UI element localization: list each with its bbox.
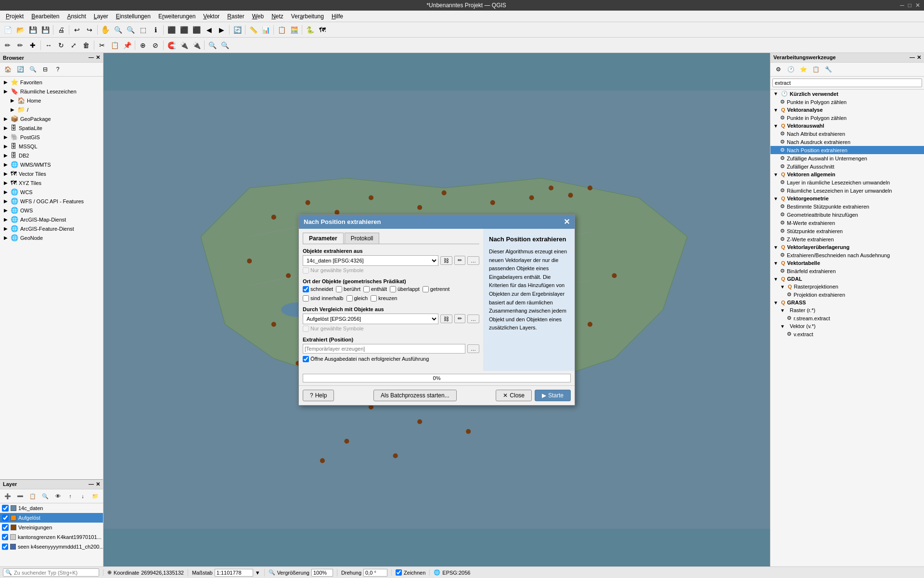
proc-group-vektgeom[interactable]: ▼ Q Vektorgeometrie — [770, 195, 924, 202]
browser-item-spatialite[interactable]: ▶ 🗄 SpatiaLite — [0, 123, 103, 132]
tb-zoom-next[interactable]: ▶ — [216, 24, 227, 36]
layer-remove-btn[interactable]: ➖ — [14, 490, 26, 502]
tb-open[interactable]: 📂 — [14, 24, 26, 36]
tb2-search1[interactable]: 🔍 — [206, 39, 218, 51]
check-ueberlappt[interactable] — [390, 286, 396, 292]
proc-item-lez-layer[interactable]: ⚙ Räumliche Lesezeichen in Layer umwande… — [770, 186, 924, 195]
source-chain-btn[interactable]: ⛓ — [440, 256, 452, 265]
menu-web[interactable]: Web — [248, 12, 268, 21]
browser-item-db2[interactable]: ▶ 🗄 DB2 — [0, 151, 103, 160]
tb2-copy[interactable]: 📋 — [109, 39, 120, 51]
browser-item-arcgis-map[interactable]: ▶ 🌐 ArcGIS-Map-Dienst — [0, 215, 103, 224]
layer-item-14c[interactable]: 14c_daten — [0, 503, 103, 513]
tb-zoom-in[interactable]: 🔍 — [112, 24, 124, 36]
check-getrennt[interactable] — [423, 286, 429, 292]
tb-redo[interactable]: ↪ — [84, 24, 95, 36]
close-btn[interactable]: ✕ Close — [496, 390, 532, 401]
layer-check-kantone[interactable] — [2, 534, 8, 540]
tb-identify[interactable]: ℹ — [150, 24, 161, 36]
tb2-scale[interactable]: ⤢ — [68, 39, 79, 51]
browser-item-favoriten[interactable]: ▶ ⭐ Favoriten — [0, 78, 103, 87]
browser-item-mssql[interactable]: ▶ 🗄 MSSQL — [0, 142, 103, 151]
processing-close-btn[interactable]: ✕ — [917, 54, 921, 61]
layer-close-btn[interactable]: ✕ — [96, 481, 100, 487]
scale-input[interactable] — [215, 569, 253, 577]
proc-group-vektoranalyse[interactable]: ▼ Q Vektoranalyse — [770, 106, 924, 114]
proc-item-zufaellig[interactable]: ⚙ Zufällige Auswahl in Untermengen — [770, 154, 924, 162]
menu-ansicht[interactable]: Ansicht — [63, 12, 90, 21]
layer-up-btn[interactable]: ↑ — [64, 490, 76, 502]
proc-item-beschneiden[interactable]: ⚙ Extrahieren/Beschneiden nach Ausdehnun… — [770, 251, 924, 259]
browser-item-postgis[interactable]: ▶ 🐘 PostGIS — [0, 132, 103, 142]
close-btn[interactable]: ✕ — [915, 2, 920, 9]
tb2-paste[interactable]: 📌 — [121, 39, 133, 51]
tb-statistics[interactable]: 📊 — [260, 24, 271, 36]
proc-item-vextract[interactable]: ⚙ v.extract — [770, 330, 924, 338]
proc-item-rasterproj-group[interactable]: ▼ Q Rasterprojektionen — [770, 283, 924, 290]
tb2-cut[interactable]: ✂ — [96, 39, 108, 51]
browser-filter-btn[interactable]: 🔍 — [27, 64, 38, 75]
proc-group-gdal[interactable]: ▼ Q GDAL — [770, 275, 924, 283]
tb-undo[interactable]: ↩ — [71, 24, 83, 36]
tb-measure[interactable]: 📏 — [247, 24, 259, 36]
proc-group-grass[interactable]: ▼ Q GRASS — [770, 299, 924, 306]
proc-tb1[interactable]: ⚙ — [772, 64, 784, 75]
menu-einstellungen[interactable]: Einstellungen — [112, 12, 154, 21]
compare-chain-btn[interactable]: ⛓ — [440, 315, 452, 323]
browser-item-wms[interactable]: ▶ 🌐 WMS/WMTS — [0, 160, 103, 169]
browser-collapse-btn[interactable]: — — [89, 54, 94, 61]
dialog-close-btn[interactable]: ✕ — [564, 217, 570, 226]
layer-item-kantone[interactable]: kantonsgrenzen K4kant19970101... — [0, 532, 103, 542]
output-field[interactable] — [303, 344, 465, 354]
tb2-rotate[interactable]: ↻ — [55, 39, 67, 51]
layer-check-14c[interactable] — [2, 505, 9, 512]
browser-close-btn[interactable]: ✕ — [96, 54, 100, 61]
proc-item-geom-attr[interactable]: ⚙ Geometrieattribute hinzufügen — [770, 210, 924, 219]
proc-tb2[interactable]: 🕐 — [785, 64, 796, 75]
tb-zoom-select[interactable]: ⬛ — [191, 24, 202, 36]
proc-group-vekt-allg[interactable]: ▼ Q Vektoren allgemein — [770, 171, 924, 178]
proc-item-stuetzpunkte[interactable]: ⚙ Stützpunkte extrahieren — [770, 227, 924, 235]
tb-refresh[interactable]: 🔄 — [231, 24, 243, 36]
tb2-split[interactable]: ⊘ — [150, 39, 161, 51]
map-area[interactable]: Nach Position extrahieren ✕ Parameter Pr… — [103, 53, 770, 566]
proc-item-ausdruck[interactable]: ⚙ Nach Ausdruck extrahieren — [770, 138, 924, 146]
tb-zoom-layer[interactable]: ⬛ — [178, 24, 190, 36]
proc-group-recent[interactable]: ▼ 🕐 Kürzlich verwendet — [770, 90, 924, 98]
tab-protokoll[interactable]: Protokoll — [345, 233, 380, 244]
browser-item-lesezeichen[interactable]: ▶ 🔖 Räumliche Lesezeichen — [0, 87, 103, 96]
check-innerhalb[interactable] — [303, 295, 309, 302]
proc-item-ausschnitt[interactable]: ⚙ Zufälliger Ausschnitt — [770, 162, 924, 171]
menu-bearbeiten[interactable]: Bearbeiten — [27, 12, 63, 21]
batch-btn[interactable]: Als Batchprozess starten... — [373, 390, 457, 401]
browser-item-home[interactable]: ▶ 🏠 Home — [0, 96, 103, 105]
proc-group-vekttab[interactable]: ▼ Q Vektortabelle — [770, 259, 924, 267]
proc-item-punkte-polygon-recent[interactable]: ⚙ Punkte in Polygon zählen — [770, 98, 924, 106]
compare-layer-select[interactable]: Aufgelöst [EPSG:2056] — [303, 314, 438, 324]
minimize-btn[interactable]: ─ — [900, 2, 904, 9]
tb2-plugin2[interactable]: 🔌 — [191, 39, 202, 51]
tb-python[interactable]: 🐍 — [304, 24, 316, 36]
proc-tb5[interactable]: 🔧 — [822, 64, 834, 75]
layer-down-btn[interactable]: ↓ — [77, 490, 89, 502]
proc-tb4[interactable]: 📋 — [810, 64, 821, 75]
maximize-btn[interactable]: □ — [908, 2, 911, 9]
browser-item-arcgis-feature[interactable]: ▶ 🌐 ArcGIS-Feature-Dienst — [0, 224, 103, 233]
proc-item-vektor-group[interactable]: ▼ Vektor (v.*) — [770, 322, 924, 330]
proc-item-raster-group[interactable]: ▼ Raster (r.*) — [770, 306, 924, 314]
tb2-search2[interactable]: 🔍 — [219, 39, 231, 51]
processing-collapse-btn[interactable]: — — [910, 54, 915, 61]
tb-attributes[interactable]: 📋 — [276, 24, 287, 36]
render-check[interactable] — [396, 569, 402, 576]
layer-filter-btn[interactable]: 🔍 — [39, 490, 51, 502]
proc-group-ueberlagerung[interactable]: ▼ Q Vektorlayerüberlagerung — [770, 243, 924, 251]
browser-item-ows[interactable]: ▶ 🌐 OWS — [0, 206, 103, 215]
browser-home-btn[interactable]: 🏠 — [2, 64, 13, 75]
start-btn[interactable]: ▶ Starte — [535, 390, 571, 401]
menu-netz[interactable]: Netz — [268, 12, 287, 21]
layer-group-btn[interactable]: 📁 — [90, 490, 101, 502]
tb-layout[interactable]: 🗺 — [317, 24, 328, 36]
tb2-merge[interactable]: ⊕ — [137, 39, 149, 51]
layer-open-attr-btn[interactable]: 📋 — [27, 490, 38, 502]
tb-pan[interactable]: ✋ — [100, 24, 111, 36]
